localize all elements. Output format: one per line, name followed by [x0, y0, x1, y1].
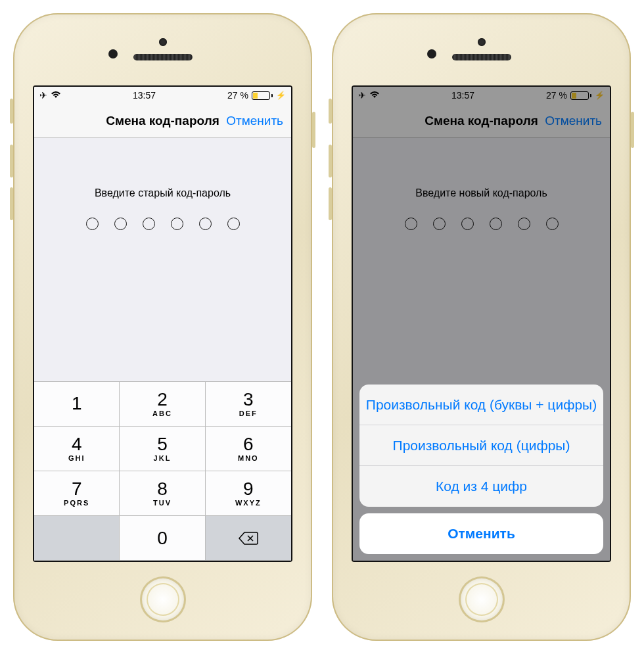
passcode-dot	[490, 218, 502, 230]
passcode-dot	[461, 218, 474, 230]
front-camera	[159, 38, 167, 46]
status-time: 13:57	[133, 90, 156, 101]
status-bar: ✈ 13:57 27 % ⚡	[34, 87, 291, 104]
volume-down	[10, 187, 13, 220]
key-empty	[34, 516, 120, 561]
front-camera	[478, 38, 486, 46]
volume-down	[329, 187, 332, 220]
nav-bar: Смена код-пароля Отменить	[353, 104, 610, 138]
battery-icon	[570, 91, 591, 100]
key-3[interactable]: 3DEF	[206, 382, 291, 427]
home-button[interactable]	[140, 576, 186, 622]
mute-switch	[329, 99, 332, 124]
passcode-dot	[143, 218, 155, 230]
key-9[interactable]: 9WXYZ	[206, 471, 291, 516]
sheet-option-4digit[interactable]: Код из 4 цифр	[359, 466, 603, 507]
phone-frame-right: ✈ 13:57 27 % ⚡ Смена код-пароля Отменить	[332, 13, 631, 641]
passcode-dots	[86, 218, 240, 230]
key-4[interactable]: 4GHI	[34, 427, 120, 471]
nav-cancel-button[interactable]: Отменить	[545, 114, 602, 128]
key-6[interactable]: 6MNO	[206, 427, 291, 471]
passcode-dot	[405, 218, 417, 230]
key-0[interactable]: 0	[120, 516, 205, 561]
nav-bar: Смена код-пароля Отменить	[34, 104, 291, 138]
passcode-prompt: Введите старый код-пароль	[95, 187, 231, 199]
battery-percentage: 27 %	[227, 90, 248, 101]
passcode-dot	[518, 218, 530, 230]
passcode-dot	[433, 218, 446, 230]
passcode-dot	[546, 218, 559, 230]
power-button	[312, 112, 315, 148]
passcode-dot	[114, 218, 127, 230]
nav-title: Смена код-пароля	[425, 114, 538, 128]
key-backspace[interactable]	[206, 516, 291, 561]
action-sheet: Произвольный код (буквы + цифры) Произво…	[353, 378, 610, 561]
screen-right: ✈ 13:57 27 % ⚡ Смена код-пароля Отменить	[352, 85, 611, 562]
passcode-prompt: Введите новый код-пароль	[415, 187, 547, 199]
airplane-icon: ✈	[39, 90, 47, 101]
volume-up	[10, 145, 13, 177]
key-1[interactable]: 1	[34, 382, 120, 427]
mute-switch	[10, 99, 13, 124]
status-time: 13:57	[451, 90, 474, 101]
backspace-icon	[239, 531, 258, 546]
passcode-dots	[405, 218, 559, 230]
screen-left: ✈ 13:57 27 % ⚡ Смена код-пароля Отменить	[33, 85, 292, 562]
key-8[interactable]: 8TUV	[120, 471, 205, 516]
status-bar: ✈ 13:57 27 % ⚡	[353, 87, 610, 104]
sheet-option-alphanumeric[interactable]: Произвольный код (буквы + цифры)	[359, 385, 603, 425]
nav-title: Смена код-пароля	[106, 114, 219, 128]
wifi-icon	[51, 91, 61, 101]
key-7[interactable]: 7PQRS	[34, 471, 120, 516]
home-button[interactable]	[459, 576, 505, 622]
passcode-dot	[171, 218, 183, 230]
numeric-keypad: 1 2ABC 3DEF 4GHI 5JKL 6MNO 7PQRS 8TUV 9W…	[34, 381, 291, 561]
key-2[interactable]: 2ABC	[120, 382, 205, 427]
charging-icon: ⚡	[595, 91, 605, 100]
passcode-dot	[199, 218, 212, 230]
charging-icon: ⚡	[276, 91, 286, 100]
earpiece-speaker	[133, 54, 193, 60]
phone-frame-left: ✈ 13:57 27 % ⚡ Смена код-пароля Отменить	[13, 13, 312, 641]
power-button	[631, 112, 634, 148]
battery-percentage: 27 %	[546, 90, 567, 101]
proximity-sensor	[427, 49, 436, 58]
sheet-option-numeric[interactable]: Произвольный код (цифры)	[359, 425, 603, 466]
passcode-content: Введите старый код-пароль	[34, 138, 291, 381]
earpiece-speaker	[452, 54, 511, 60]
nav-cancel-button[interactable]: Отменить	[226, 114, 283, 128]
sheet-cancel-button[interactable]: Отменить	[359, 513, 603, 554]
battery-icon	[252, 91, 273, 100]
airplane-icon: ✈	[358, 90, 366, 101]
volume-up	[329, 145, 332, 177]
passcode-dot	[227, 218, 240, 230]
passcode-dot	[86, 218, 99, 230]
key-5[interactable]: 5JKL	[120, 427, 205, 471]
wifi-icon	[369, 91, 380, 101]
proximity-sensor	[108, 49, 118, 58]
